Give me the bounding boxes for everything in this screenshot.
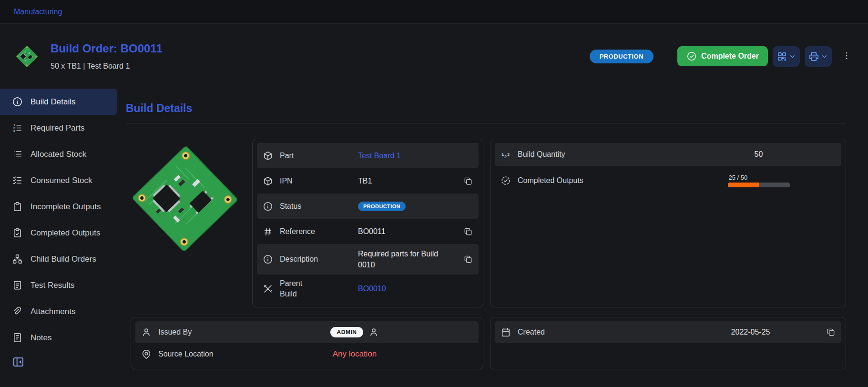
detail-row-completed-outputs: Completed Outputs 25 / 50 bbox=[495, 166, 841, 195]
section-divider bbox=[126, 123, 846, 123]
info-circle-icon bbox=[263, 254, 273, 265]
list-check-icon bbox=[12, 175, 23, 186]
detail-label: Part bbox=[280, 151, 351, 161]
sidebar-item-label: Test Results bbox=[31, 281, 75, 290]
description-value: Required parts for Build 0010 bbox=[358, 248, 442, 270]
status-badge: PRODUCTION bbox=[358, 202, 406, 211]
page-subtitle: 50 x TB1 | Test Board 1 bbox=[51, 62, 163, 71]
detail-row-source-location: Source Location Any location bbox=[135, 343, 479, 365]
detail-row-build-quantity: Build Quantity 50 bbox=[495, 143, 841, 166]
sidebar-item-allocated-stock[interactable]: Allocated Stock bbox=[0, 141, 117, 167]
detail-label: Description bbox=[280, 254, 351, 265]
detail-row-issued-by: Issued By ADMIN bbox=[135, 321, 479, 343]
created-panel: Created 2022-05-25 bbox=[490, 317, 846, 369]
section-heading: Build Details bbox=[126, 102, 846, 115]
box-icon bbox=[263, 151, 273, 161]
issued-panel: Issued By ADMIN Source Location Any loca… bbox=[131, 317, 483, 369]
sidebar-item-label: Consumed Stock bbox=[31, 176, 92, 185]
status-badge: PRODUCTION bbox=[590, 50, 654, 63]
numbers-123-icon bbox=[500, 149, 511, 160]
notes-icon bbox=[12, 332, 23, 343]
user-icon bbox=[141, 327, 152, 337]
chevron-down-icon bbox=[821, 53, 828, 60]
created-value: 2022-05-25 bbox=[731, 326, 770, 337]
user-icon bbox=[368, 327, 379, 337]
complete-order-button[interactable]: Complete Order bbox=[677, 46, 768, 66]
sidebar-item-label: Required Parts bbox=[31, 123, 84, 133]
complete-order-label: Complete Order bbox=[701, 52, 759, 61]
copy-icon bbox=[826, 327, 836, 337]
copy-icon bbox=[463, 176, 473, 186]
part-image[interactable] bbox=[131, 140, 239, 258]
detail-label: Completed Outputs bbox=[518, 175, 675, 186]
copy-ipn-button[interactable] bbox=[463, 176, 473, 186]
copy-description-button[interactable] bbox=[463, 255, 473, 264]
parent-build-link[interactable]: BO0010 bbox=[358, 283, 386, 294]
clipboard-icon bbox=[12, 201, 23, 212]
details-media-cell: Part Test Board 1 IPN TB1 Status bbox=[131, 139, 483, 307]
box-icon bbox=[263, 176, 273, 186]
sidebar-item-label: Incomplete Outputs bbox=[31, 202, 101, 212]
test-report-icon bbox=[12, 280, 23, 291]
progress-label: 25 / 50 bbox=[728, 174, 748, 181]
sidebar-item-build-details[interactable]: Build Details bbox=[0, 89, 117, 115]
sidebar-item-incomplete-outputs[interactable]: Incomplete Outputs bbox=[0, 194, 117, 220]
sidebar-item-test-results[interactable]: Test Results bbox=[0, 272, 117, 298]
sidebar-item-notes[interactable]: Notes bbox=[0, 325, 117, 351]
sidebar-item-label: Build Details bbox=[31, 97, 76, 107]
page-header: Build Order: BO0011 50 x TB1 | Test Boar… bbox=[0, 24, 868, 89]
calendar-icon bbox=[500, 327, 511, 337]
sidebar-collapse-area bbox=[0, 356, 117, 370]
sidebar-item-completed-outputs[interactable]: Completed Outputs bbox=[0, 220, 117, 246]
sidebar-item-label: Child Build Orders bbox=[31, 255, 96, 264]
sidebar-collapse-button[interactable] bbox=[12, 356, 25, 370]
barcode-actions-button[interactable] bbox=[773, 46, 800, 67]
completed-progress-fill bbox=[728, 183, 759, 187]
detail-row-status: Status PRODUCTION bbox=[257, 194, 479, 219]
copy-icon bbox=[463, 255, 473, 264]
build-thumbnail-image[interactable] bbox=[16, 44, 38, 69]
dots-vertical-icon bbox=[841, 51, 852, 61]
sitemap-icon bbox=[12, 254, 23, 265]
sidebar: Build Details Required Parts Allocated S… bbox=[0, 89, 117, 387]
ipn-value: TB1 bbox=[358, 175, 372, 186]
qr-code-icon bbox=[776, 51, 787, 62]
breadcrumb-link-manufacturing[interactable]: Manufacturing bbox=[14, 8, 62, 16]
progress-track bbox=[728, 183, 790, 187]
sidebar-item-label: Allocated Stock bbox=[31, 150, 86, 159]
detail-row-reference: Reference BO0011 bbox=[257, 219, 479, 244]
sidebar-item-required-parts[interactable]: Required Parts bbox=[0, 115, 117, 141]
sidebar-item-child-build-orders[interactable]: Child Build Orders bbox=[0, 246, 117, 272]
print-actions-button[interactable] bbox=[805, 46, 832, 67]
detail-row-description: Description Required parts for Build 001… bbox=[257, 244, 479, 275]
detail-label: Source Location bbox=[158, 349, 230, 359]
source-location-value: Any location bbox=[333, 349, 377, 359]
info-circle-icon bbox=[12, 96, 23, 107]
paperclip-icon bbox=[12, 306, 23, 317]
sidebar-item-consumed-stock[interactable]: Consumed Stock bbox=[0, 167, 117, 194]
detail-row-parent-build: Parent Build BO0010 bbox=[257, 275, 479, 303]
more-actions-button[interactable] bbox=[841, 51, 852, 62]
detail-label: Created bbox=[518, 327, 675, 337]
map-pin-icon bbox=[141, 349, 152, 359]
copy-reference-button[interactable] bbox=[463, 227, 473, 236]
detail-label: Build Quantity bbox=[518, 149, 675, 160]
detail-label: Parent Build bbox=[280, 278, 310, 299]
list-icon bbox=[12, 149, 23, 160]
printer-icon bbox=[808, 51, 819, 62]
main-content: Build Details Part Test Board 1 IPN TB1 bbox=[117, 89, 868, 387]
detail-label: Reference bbox=[280, 226, 351, 237]
chevron-down-icon bbox=[789, 53, 796, 60]
circle-check-icon bbox=[686, 51, 697, 61]
build-quantity-value: 50 bbox=[755, 149, 763, 160]
sidebar-item-label: Attachments bbox=[31, 307, 76, 316]
detail-row-ipn: IPN TB1 bbox=[257, 168, 479, 194]
sidebar-item-attachments[interactable]: Attachments bbox=[0, 298, 117, 325]
copy-created-button[interactable] bbox=[826, 327, 836, 337]
part-link[interactable]: Test Board 1 bbox=[358, 150, 401, 161]
detail-row-part: Part Test Board 1 bbox=[257, 143, 479, 168]
detail-label: Issued By bbox=[158, 327, 230, 337]
detail-label: IPN bbox=[280, 176, 351, 186]
quantity-panel: Build Quantity 50 Completed Outputs 25 /… bbox=[490, 139, 846, 307]
hash-icon bbox=[263, 226, 273, 237]
